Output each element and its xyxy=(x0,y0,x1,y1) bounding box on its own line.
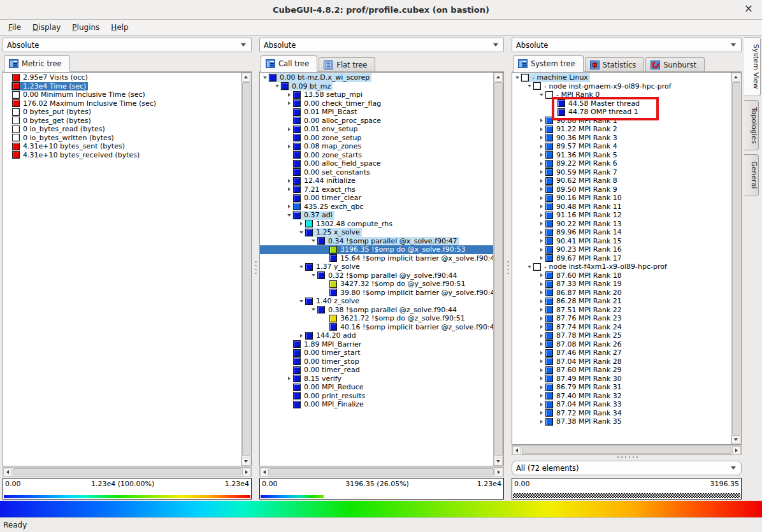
tree-row[interactable]: 87.40 MPI Rank 32 xyxy=(512,392,731,401)
expand-expander-icon[interactable] xyxy=(538,136,545,140)
tree-node-content[interactable]: 87.49 MPI Rank 30 xyxy=(545,375,624,384)
expand-expander-icon[interactable] xyxy=(538,411,545,415)
scroll-up-button[interactable] xyxy=(494,73,503,82)
tree-node-content[interactable]: 87.74 MPI Rank 24 xyxy=(545,323,624,332)
tree-node-content[interactable]: 87.46 MPI Rank 27 xyxy=(545,349,624,357)
call-vertical-scrollbar[interactable] xyxy=(493,73,503,466)
tree-node-content[interactable]: 90.23 MPI Rank 16 xyxy=(545,245,624,254)
expand-expander-icon[interactable] xyxy=(285,179,292,183)
tree-row[interactable]: 4.31e+10 bytes_received (bytes) xyxy=(3,151,241,160)
tree-row[interactable]: 40.16 !$omp implicit barrier @z_solve.f9… xyxy=(260,323,493,332)
tree-node-content[interactable]: 0.08 map_zones xyxy=(292,142,363,151)
tree-node-content[interactable]: 3427.32 !$omp do @y_solve.f90:51 xyxy=(329,280,467,289)
tree-row[interactable]: 4.31e+10 bytes_sent (bytes) xyxy=(3,142,241,151)
tree-row[interactable]: 39.80 !$omp implicit barrier @y_solve.f9… xyxy=(260,289,493,298)
tree-row[interactable]: 0.00 timer_stop xyxy=(260,357,493,366)
tree-node-content[interactable]: 40.16 !$omp implicit barrier @z_solve.f9… xyxy=(329,323,493,332)
tree-row[interactable]: 87.04 MPI Rank 28 xyxy=(512,357,731,366)
tab-sunburst[interactable]: Sunburst xyxy=(645,57,705,71)
tree-row[interactable]: 13.58 setup_mpi xyxy=(260,90,493,99)
tree-row[interactable]: 90.62 MPI Rank 8 xyxy=(512,176,731,185)
tree-row[interactable]: 87.60 MPI Rank 18 xyxy=(512,271,731,280)
tree-row[interactable]: 7.21 exact_rhs xyxy=(260,185,493,194)
tree-node-content[interactable]: 15.64 !$omp implicit barrier @x_solve.f9… xyxy=(329,254,493,263)
tree-node-content[interactable]: 0.00 print_results xyxy=(292,392,367,401)
system-filter-combobox[interactable]: Absolute xyxy=(512,38,742,52)
expand-expander-icon[interactable] xyxy=(538,282,545,286)
expand-expander-icon[interactable] xyxy=(538,187,545,191)
tree-row[interactable]: 1.40 z_solve xyxy=(260,297,493,306)
tree-node-content[interactable]: 8.15 verify xyxy=(292,375,343,384)
tree-row[interactable]: 0.38 !$omp parallel @z_solve.f90:44 xyxy=(260,306,493,315)
tree-row[interactable]: 0 io_bytes_read (bytes) xyxy=(3,125,241,134)
expand-expander-icon[interactable] xyxy=(285,93,292,97)
side-tab-topologies[interactable]: Topologies xyxy=(744,100,759,151)
scrollbar-thumb[interactable] xyxy=(494,82,503,456)
scrollbar-thumb[interactable] xyxy=(270,468,494,475)
tree-node-content[interactable]: 91.16 MPI Rank 12 xyxy=(545,211,624,220)
tree-row[interactable]: 87.51 MPI Rank 22 xyxy=(512,306,731,315)
tree-row[interactable]: 1.89 MPI_Barrier xyxy=(260,340,493,349)
tree-node-content[interactable]: 0.00 check_timer_flag xyxy=(292,99,383,108)
tree-node-content[interactable]: 0.00 MPI_Reduce xyxy=(292,383,366,392)
tree-node-content[interactable]: 87.40 MPI Rank 32 xyxy=(545,392,624,401)
tree-row[interactable]: 1302.48 compute_rhs xyxy=(260,220,493,229)
tree-node-content[interactable]: 89.50 MPI Rank 9 xyxy=(545,185,619,194)
tree-row[interactable]: 435.25 exch_qbc xyxy=(260,203,493,212)
tree-row[interactable]: 0.00 timer_start xyxy=(260,349,493,357)
tree-row[interactable]: 0.34 !$omp parallel @x_solve.f90:47 xyxy=(260,237,493,246)
menu-help[interactable]: Help xyxy=(105,22,134,33)
tree-node-content[interactable]: 1.89 MPI_Barrier xyxy=(292,340,363,349)
tree-node-content[interactable]: 87.60 MPI Rank 18 xyxy=(545,271,624,280)
tree-node-content[interactable]: 0 io_bytes_written (bytes) xyxy=(11,134,116,143)
tree-node-content[interactable]: 1302.48 compute_rhs xyxy=(305,220,394,229)
scroll-right-button[interactable] xyxy=(732,446,741,455)
tree-node-content[interactable]: 0.38 !$omp parallel @z_solve.f90:44 xyxy=(317,306,459,315)
tree-node-content[interactable]: 0.09 bt_mz xyxy=(280,82,333,91)
tree-row[interactable]: 0.00 zone_starts xyxy=(260,151,493,160)
expand-expander-icon[interactable] xyxy=(538,291,545,294)
tree-node-content[interactable]: 3621.72 !$omp do @z_solve.f90:51 xyxy=(329,314,467,323)
expand-expander-icon[interactable] xyxy=(285,187,292,191)
scroll-right-button[interactable] xyxy=(494,468,503,477)
tree-node-content[interactable]: 39.80 !$omp implicit barrier @y_solve.f9… xyxy=(329,289,493,298)
collapse-expander-icon[interactable] xyxy=(538,94,545,96)
expand-expander-icon[interactable] xyxy=(538,325,545,329)
tree-node-content[interactable]: 89.96 MPI Rank 14 xyxy=(545,228,624,237)
tree-node-content[interactable]: 7.21 exact_rhs xyxy=(292,185,357,194)
tree-row[interactable]: 1.37 y_solve xyxy=(260,262,493,271)
tree-node-content[interactable]: 0.00 set_constants xyxy=(292,168,372,177)
collapse-expander-icon[interactable] xyxy=(298,266,305,268)
tree-node-content[interactable]: 13.58 setup_mpi xyxy=(292,90,364,99)
tab-metric-tree[interactable]: Metric tree xyxy=(4,55,70,72)
tree-row[interactable]: 12.44 initialize xyxy=(260,176,493,185)
tree-row[interactable]: 87.04 MPI Rank 33 xyxy=(512,400,731,409)
tree-row[interactable]: 87.46 MPI Rank 27 xyxy=(512,349,731,357)
tree-node-content[interactable]: 87.04 MPI Rank 28 xyxy=(545,357,624,366)
expand-expander-icon[interactable] xyxy=(538,239,545,243)
tab-statistics[interactable]: Statistics xyxy=(585,57,645,71)
collapse-expander-icon[interactable] xyxy=(298,231,305,234)
expand-expander-icon[interactable] xyxy=(285,127,292,131)
expand-expander-icon[interactable] xyxy=(538,205,545,208)
tree-node-content[interactable]: 3196.35 !$omp do @x_solve.f90:53 xyxy=(329,245,467,254)
scrollbar-thumb[interactable] xyxy=(522,447,731,454)
tree-node-content[interactable]: - node inst-f4xm1-x9-ol89-hpc-prof xyxy=(533,262,669,271)
system-horizontal-scrollbar[interactable] xyxy=(512,445,742,455)
expand-expander-icon[interactable] xyxy=(538,385,545,389)
tab-flat-tree[interactable]: Flat tree xyxy=(319,57,375,71)
expand-expander-icon[interactable] xyxy=(298,334,305,338)
tree-row[interactable]: 0 bytes_get (bytes) xyxy=(3,117,241,126)
tree-node-content[interactable]: 0.37 adi xyxy=(292,211,334,220)
tree-row[interactable]: 0.00 print_results xyxy=(260,392,493,401)
tree-row[interactable]: 90.36 MPI Rank 3 xyxy=(512,134,731,143)
expand-expander-icon[interactable] xyxy=(538,420,545,424)
scroll-right-button[interactable] xyxy=(242,468,251,477)
tree-row[interactable]: 91.16 MPI Rank 12 xyxy=(512,211,731,220)
tree-node-content[interactable]: 435.25 exch_qbc xyxy=(292,203,365,212)
tree-row[interactable]: 0.01 MPI_Bcast xyxy=(260,108,493,117)
metric-horizontal-scrollbar[interactable] xyxy=(3,467,252,477)
tree-node-content[interactable]: 0.00 alloc_field_space xyxy=(292,159,383,168)
tree-node-content[interactable]: 90.62 MPI Rank 8 xyxy=(545,176,619,185)
collapse-expander-icon[interactable] xyxy=(261,76,268,79)
